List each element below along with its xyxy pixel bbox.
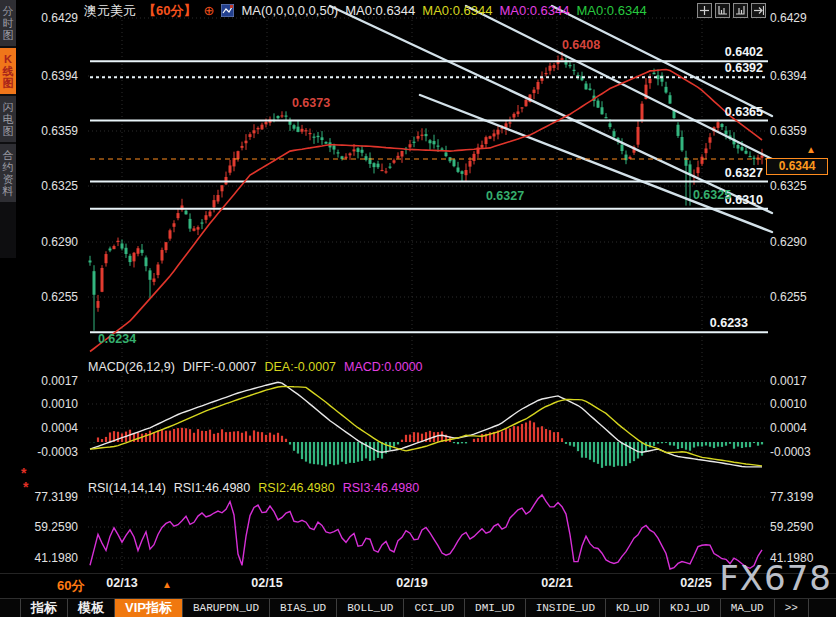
rsi1-value: RSI1:46.4980 — [174, 481, 250, 495]
macd-diff-value: DIFF:-0.0007 — [183, 360, 257, 374]
y-axis-label-right: 0.6359 — [770, 124, 807, 138]
price-level-label: 0.6392 — [703, 61, 763, 75]
rsi-marker-icon[interactable]: * — [23, 483, 28, 491]
signal-up-arrow-icon: ▲ — [162, 579, 172, 590]
y-axis-label-left: 0.0017 — [20, 374, 78, 388]
rsi2-value: RSI2:46.4980 — [258, 481, 334, 495]
rsi-title: RSI(14,14,14) — [88, 481, 166, 495]
toolbar-item-8[interactable]: DMI_UD — [465, 599, 526, 617]
y-axis-label-right: 0.0017 — [770, 374, 807, 388]
add-indicator-icon[interactable]: ⊕ — [203, 3, 214, 18]
macd-title: MACD(26,12,9) — [88, 360, 175, 374]
toolbar-item-7[interactable]: CCI_UD — [404, 599, 465, 617]
time-axis-label: 02/19 — [390, 576, 434, 590]
y-axis-label-left: 0.6255 — [20, 290, 78, 304]
scale-right-icon[interactable] — [733, 3, 748, 18]
line-chart-icon — [221, 4, 234, 20]
y-axis-label-right: 0.6325 — [770, 179, 807, 193]
symbol-title: 澳元美元 — [84, 3, 136, 18]
toolbar-item-9[interactable]: INSIDE_UD — [526, 599, 606, 617]
y-axis-label-right: 0.6290 — [770, 235, 807, 249]
price-up-arrow-icon: ▲ — [806, 144, 816, 155]
period-label: 【60分】 — [143, 3, 196, 18]
y-axis-label-left: 0.6325 — [20, 179, 78, 193]
ma-value-1: MA0:0.6344 — [345, 3, 415, 18]
ma-value-4: MA0:0.6344 — [577, 3, 647, 18]
price-level-label: 0.6327 — [703, 166, 763, 180]
watermark: FX678 — [719, 558, 832, 598]
toolbar-more-button[interactable]: >> — [775, 599, 809, 617]
sidebar-tab-1[interactable]: 分时图 — [0, 0, 16, 46]
y-axis-label-right: 0.0010 — [770, 397, 807, 411]
pan-right-icon[interactable] — [751, 3, 766, 18]
scale-left-icon[interactable] — [715, 3, 730, 18]
ma-values: MA0:0.6344MA0:0.6344MA0:0.6344MA0:0.6344 — [345, 3, 653, 18]
current-price-tag: 0.6344 — [766, 158, 828, 175]
trading-app-window: 分时图K线图闪电图合约资料 澳元美元【60分】⊕MA(0,0,0,0,0,50)… — [0, 0, 836, 617]
toolbar-item-12[interactable]: MA_UD — [721, 599, 775, 617]
macd-marker-icon[interactable]: * — [21, 469, 26, 477]
toolbar-item-1[interactable]: 指标 — [21, 599, 68, 617]
toolbar-spacer — [0, 599, 21, 617]
toolbar-item-6[interactable]: BOLL_UD — [337, 599, 404, 617]
price-level-label: 0.6365 — [703, 105, 763, 119]
rsi3-value: RSI3:46.4980 — [343, 481, 419, 495]
toolbar-item-3[interactable]: VIP指标 — [115, 599, 183, 617]
toolbar-item-4[interactable]: BARUPDN_UD — [183, 599, 270, 617]
y-axis-label-right: 0.6255 — [770, 290, 807, 304]
chart-canvas — [0, 0, 836, 598]
chart-header: 澳元美元【60分】⊕MA(0,0,0,0,0,50)MA0:0.6344MA0:… — [84, 2, 661, 20]
move-icon[interactable] — [697, 3, 712, 18]
price-annotation: 0.6234 — [91, 332, 143, 346]
price-level-label: 0.6233 — [688, 316, 748, 330]
time-axis-label: 02/13 — [100, 576, 144, 590]
price-annotation: 0.6325 — [686, 188, 738, 202]
macd-dea-value: DEA:-0.0007 — [264, 360, 336, 374]
sidebar-tab-2[interactable]: K线图 — [0, 48, 16, 94]
sidebar-tab-3[interactable]: 闪电图 — [0, 96, 16, 142]
sidebar: 分时图K线图闪电图合约资料 — [0, 0, 16, 258]
bottom-toolbar: 指标模板VIP指标BARUPDN_UDBIAS_UDBOLL_UDCCI_UDD… — [0, 598, 836, 617]
toolbar-item-11[interactable]: KDJ_UD — [660, 599, 721, 617]
y-axis-label-right: 0.6394 — [770, 69, 807, 83]
y-axis-label-left: 0.6429 — [20, 11, 78, 25]
y-axis-label-left: 0.6290 — [20, 235, 78, 249]
macd-header: MACD(26,12,9)DIFF:-0.0007DEA:-0.0007MACD… — [88, 360, 423, 374]
price-annotation: 0.6373 — [285, 96, 337, 110]
toolbar-item-10[interactable]: KD_UD — [606, 599, 660, 617]
time-axis-label: 02/25 — [674, 576, 718, 590]
ma-settings: MA(0,0,0,0,0,50) — [241, 3, 338, 18]
y-axis-label-right: 77.3199 — [770, 490, 813, 504]
y-axis-label-left: 0.0004 — [20, 421, 78, 435]
price-annotation: 0.6327 — [479, 189, 531, 203]
y-axis-label-left: 0.6359 — [20, 124, 78, 138]
y-axis-label-left: 41.1980 — [20, 551, 78, 565]
ma-value-3: MA0:0.6344 — [499, 3, 569, 18]
y-axis-label-left: 77.3199 — [20, 490, 78, 504]
chart-toolbar-icons — [697, 3, 766, 18]
y-axis-label-right: 59.2590 — [770, 520, 813, 534]
time-axis-label: 02/15 — [245, 576, 289, 590]
rsi-header: RSI(14,14,14)RSI1:46.4980RSI2:46.4980RSI… — [88, 481, 419, 495]
toolbar-item-5[interactable]: BIAS_UD — [270, 599, 337, 617]
period-footer[interactable]: 60分 — [57, 577, 84, 595]
y-axis-label-left: 0.6394 — [20, 69, 78, 83]
y-axis-label-right: -0.0003 — [770, 445, 811, 459]
y-axis-label-left: -0.0003 — [20, 445, 78, 459]
y-axis-label-left: 59.2590 — [20, 520, 78, 534]
toolbar-item-2[interactable]: 模板 — [68, 599, 115, 617]
y-axis-label-left: 0.0010 — [20, 397, 78, 411]
y-axis-label-right: 0.0004 — [770, 421, 807, 435]
macd-macd-value: MACD:0.0000 — [344, 360, 423, 374]
y-axis-label-right: 0.6429 — [770, 11, 807, 25]
sidebar-tab-4[interactable]: 合约资料 — [0, 144, 16, 202]
ma-value-2: MA0:0.6344 — [422, 3, 492, 18]
price-annotation: 0.6408 — [555, 38, 607, 52]
price-level-label: 0.6402 — [703, 45, 763, 59]
time-axis-label: 02/21 — [535, 576, 579, 590]
